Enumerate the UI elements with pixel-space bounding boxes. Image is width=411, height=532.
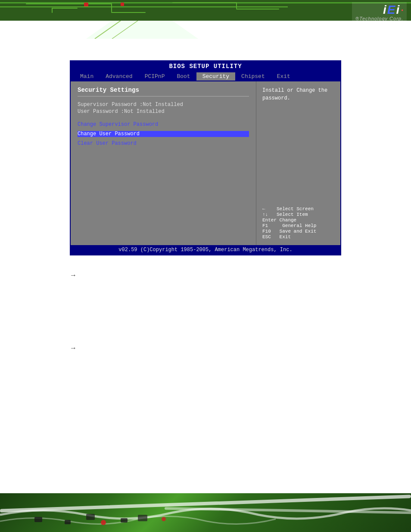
svg-rect-3	[65, 520, 71, 524]
bios-left-panel: Security Settings Supervisor Password :N…	[71, 81, 256, 245]
section-title: Security Settings	[78, 87, 249, 93]
header-bar: i E i ● ®Technology Corp.	[0, 0, 411, 39]
user-password-label: User Password	[78, 109, 121, 115]
key-select-item: ↑↓ Select Item	[262, 212, 334, 217]
svg-rect-2	[34, 517, 42, 522]
change-user-password[interactable]: Change User Password	[78, 131, 249, 137]
svg-rect-7	[138, 515, 147, 521]
user-password-value: :Not Installed	[121, 109, 165, 115]
bios-panel: BIOS SETUP UTILITY Main Advanced PCIPnP …	[70, 60, 341, 255]
clear-user-password[interactable]: Clear User Password	[78, 140, 249, 146]
key-f10: F10 Save and Exit	[262, 229, 334, 234]
bios-title-bar: BIOS SETUP UTILITY	[71, 61, 340, 72]
user-password-line: User Password :Not Installed	[78, 109, 249, 115]
key-arrow: ←	[262, 206, 265, 212]
footer-bar	[0, 493, 411, 532]
logo-tagline: ®Technology Corp.	[355, 16, 403, 21]
main-content: BIOS SETUP UTILITY Main Advanced PCIPnP …	[0, 39, 411, 491]
arrow-item-2: →	[70, 341, 341, 354]
body-text-section-2: →	[70, 341, 341, 354]
bios-title: BIOS SETUP UTILITY	[169, 63, 242, 70]
supervisor-password-label: Supervisor Password	[78, 102, 140, 108]
key-esc-label: ESC	[262, 234, 280, 240]
svg-point-8	[162, 517, 166, 521]
header-white-strip	[0, 21, 411, 39]
svg-rect-4	[86, 514, 95, 520]
key-change-label: Change	[280, 218, 297, 223]
nav-pcipnp[interactable]: PCIPnP	[139, 72, 171, 81]
change-supervisor-password[interactable]: Change Supervisor Password	[78, 121, 249, 128]
key-select-screen: ← Select Screen	[262, 206, 334, 212]
bios-footer: v02.59 (C)Copyright 1985-2005, American …	[71, 245, 340, 255]
arrow-icon-2: →	[70, 342, 77, 354]
nav-advanced[interactable]: Advanced	[100, 72, 138, 81]
logo-e: E	[387, 4, 395, 16]
key-f10-label: F10	[262, 229, 280, 234]
key-general-help-label: General Help	[282, 223, 316, 228]
nav-main[interactable]: Main	[74, 72, 100, 81]
logo-area: i E i ● ®Technology Corp.	[352, 2, 407, 23]
supervisor-password-line: Supervisor Password :Not Installed	[78, 102, 249, 108]
logo-i: i	[383, 4, 386, 16]
logo-i2: i	[396, 4, 399, 16]
key-esc: ESC Exit	[262, 234, 334, 240]
nav-security[interactable]: Security	[196, 72, 235, 81]
footer-svg	[0, 493, 411, 532]
key-save-exit-label: Save and Exit	[280, 229, 317, 234]
key-enter-change: Enter Change	[262, 218, 334, 223]
key-exit-label: Exit	[280, 234, 291, 240]
key-f1-label: F1	[262, 223, 280, 228]
key-select-screen-label: Select Screen	[277, 206, 314, 212]
arrow-item-1: →	[70, 268, 341, 281]
logo-dot: ●	[401, 8, 403, 12]
bios-key-bindings: ← Select Screen ↑↓ Select Item Enter Cha…	[262, 206, 334, 240]
key-f1: F1 General Help	[262, 223, 334, 228]
key-enter-label: Enter	[262, 218, 280, 223]
bios-body: Security Settings Supervisor Password :N…	[71, 81, 340, 245]
section-divider	[78, 96, 249, 96]
bios-nav: Main Advanced PCIPnP Boot Security Chips…	[71, 72, 340, 81]
key-updown: ↑↓	[262, 212, 268, 217]
nav-chipset[interactable]: Chipset	[235, 72, 271, 81]
circuit-top-decoration	[0, 0, 411, 21]
arrow-icon-1: →	[70, 269, 77, 281]
svg-point-5	[101, 520, 106, 525]
bios-right-panel: Install or Change the password. ← Select…	[256, 81, 340, 245]
svg-rect-6	[121, 518, 128, 523]
nav-boot[interactable]: Boot	[171, 72, 196, 81]
body-text-section-1: →	[70, 268, 341, 281]
supervisor-password-value: :Not Installed	[140, 102, 183, 108]
key-select-item-label: Select Item	[277, 212, 308, 217]
nav-exit[interactable]: Exit	[271, 72, 296, 81]
bios-help-text: Install or Change the password.	[262, 87, 334, 102]
